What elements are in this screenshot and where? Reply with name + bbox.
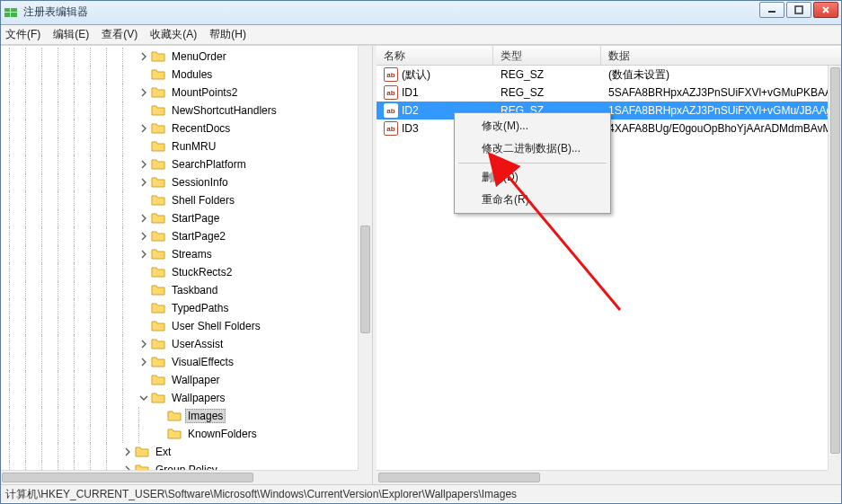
tree-node[interactable]: VisualEffects: [0, 353, 358, 371]
expander-icon[interactable]: [138, 339, 149, 349]
tree-node[interactable]: RunMRU: [0, 137, 358, 155]
scroll-corner: [358, 470, 372, 484]
expander-icon[interactable]: [138, 213, 149, 224]
expander-icon[interactable]: [122, 447, 133, 457]
scroll-corner: [828, 470, 842, 484]
tree-node-label: Streams: [169, 247, 215, 261]
context-menu-item[interactable]: 修改二进制数据(B)...: [456, 137, 608, 160]
tree-node[interactable]: Streams: [0, 245, 358, 263]
column-name[interactable]: 名称: [377, 46, 493, 65]
expander-icon[interactable]: [138, 357, 149, 367]
tree-node[interactable]: Group Policy: [0, 461, 358, 470]
tree-node[interactable]: StuckRects2: [0, 263, 358, 281]
tree-node[interactable]: Wallpaper: [0, 371, 358, 389]
reg-string-icon: ab: [384, 67, 398, 82]
title-bar: 注册表编辑器: [0, 0, 842, 25]
tree-node-label: VisualEffects: [169, 355, 236, 369]
no-expander: [138, 195, 149, 206]
folder-icon: [151, 265, 165, 279]
context-menu-item[interactable]: 重命名(R): [456, 189, 608, 211]
context-menu[interactable]: 修改(M)...修改二进制数据(B)...删除(D)重命名(R): [454, 112, 611, 214]
list-header[interactable]: 名称 类型 数据: [377, 46, 842, 66]
tree-node[interactable]: RecentDocs: [0, 119, 358, 137]
menu-edit[interactable]: 编辑(E): [53, 27, 89, 42]
folder-icon: [151, 193, 165, 208]
tree-node-label: SessionInfo: [169, 175, 231, 190]
value-row[interactable]: abID1REG_SZ5SAFA8BRHpxAZJ3PnSUiFXVl+vGMu…: [377, 84, 828, 102]
folder-icon: [151, 391, 165, 405]
folder-icon: [151, 67, 165, 82]
tree-node[interactable]: KnownFolders: [0, 425, 358, 443]
tree-node-label: SearchPlatform: [169, 157, 249, 172]
window-controls: [759, 2, 838, 18]
folder-icon: [151, 301, 165, 315]
expander-icon[interactable]: [138, 87, 149, 98]
no-expander: [155, 429, 165, 439]
tree-node[interactable]: User Shell Folders: [0, 317, 358, 335]
no-expander: [138, 285, 149, 296]
tree-node-label: NewShortcutHandlers: [169, 103, 279, 118]
menu-file[interactable]: 文件(F): [5, 27, 40, 42]
close-button[interactable]: [813, 2, 838, 18]
tree-horizontal-scrollbar[interactable]: [0, 470, 358, 484]
tree-node[interactable]: Wallpapers: [0, 389, 358, 407]
tree-vertical-scrollbar[interactable]: [358, 46, 372, 470]
list-horizontal-scrollbar[interactable]: [377, 470, 828, 484]
registry-tree[interactable]: MenuOrderModulesMountPoints2NewShortcutH…: [0, 46, 358, 470]
tree-node[interactable]: StartPage2: [0, 227, 358, 245]
folder-icon: [151, 373, 165, 387]
reg-string-icon: ab: [384, 103, 398, 118]
folder-icon: [151, 49, 165, 64]
folder-icon: [151, 211, 165, 225]
tree-node[interactable]: SearchPlatform: [0, 155, 358, 173]
folder-icon: [135, 445, 149, 459]
tree-node[interactable]: Shell Folders: [0, 191, 358, 209]
tree-node[interactable]: Modules: [0, 66, 358, 84]
context-menu-item[interactable]: 修改(M)...: [456, 115, 608, 137]
folder-icon: [151, 319, 165, 333]
folder-icon: [167, 427, 182, 441]
menu-help[interactable]: 帮助(H): [209, 27, 246, 42]
column-data[interactable]: 数据: [601, 46, 842, 65]
folder-icon: [151, 247, 165, 261]
tree-node[interactable]: SessionInfo: [0, 173, 358, 191]
expander-icon[interactable]: [138, 51, 149, 62]
expander-icon[interactable]: [138, 249, 149, 260]
tree-node[interactable]: UserAssist: [0, 335, 358, 353]
tree-node-label: Wallpapers: [169, 391, 228, 405]
menu-favorites[interactable]: 收藏夹(A): [150, 27, 197, 42]
tree-node[interactable]: Images: [0, 407, 358, 425]
value-row[interactable]: ab(默认)REG_SZ(数值未设置): [377, 66, 828, 84]
status-bar: 计算机\HKEY_CURRENT_USER\Software\Microsoft…: [0, 484, 842, 502]
expander-icon[interactable]: [138, 177, 149, 188]
column-type[interactable]: 类型: [493, 46, 601, 65]
tree-node-label: RecentDocs: [169, 121, 233, 136]
context-menu-separator: [458, 163, 607, 164]
menu-view[interactable]: 查看(V): [102, 27, 137, 42]
expander-icon[interactable]: [138, 231, 149, 242]
tree-node[interactable]: MenuOrder: [0, 48, 358, 66]
tree-node-label: User Shell Folders: [169, 319, 263, 333]
tree-node[interactable]: Taskband: [0, 281, 358, 299]
tree-node[interactable]: NewShortcutHandlers: [0, 102, 358, 119]
context-menu-item[interactable]: 删除(D): [456, 166, 608, 189]
expander-icon[interactable]: [138, 159, 149, 170]
tree-node-label: Ext: [153, 445, 173, 459]
expander-icon[interactable]: [138, 123, 149, 134]
minimize-button[interactable]: [759, 2, 784, 18]
maximize-button[interactable]: [786, 2, 811, 18]
tree-node-label: MenuOrder: [169, 49, 229, 64]
tree-node-label: Group Policy: [153, 463, 220, 470]
value-type: REG_SZ: [493, 68, 601, 81]
folder-icon: [151, 103, 165, 118]
tree-node[interactable]: MountPoints2: [0, 84, 358, 102]
folder-icon: [151, 121, 165, 136]
tree-node[interactable]: StartPage: [0, 209, 358, 227]
expander-icon[interactable]: [138, 393, 149, 403]
svg-rect-0: [4, 8, 10, 12]
tree-node[interactable]: Ext: [0, 443, 358, 461]
list-vertical-scrollbar[interactable]: [828, 66, 842, 470]
folder-icon: [151, 139, 165, 154]
tree-node[interactable]: TypedPaths: [0, 299, 358, 317]
no-expander: [138, 141, 149, 152]
